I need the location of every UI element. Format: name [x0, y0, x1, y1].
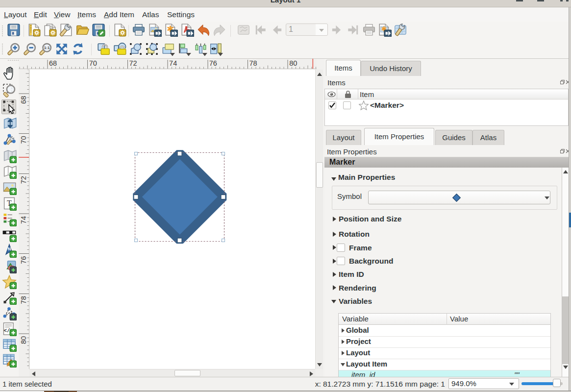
svg-text:76: 76	[20, 256, 27, 264]
svg-text:78: 78	[20, 296, 27, 304]
svg-text:74: 74	[20, 216, 27, 224]
svg-text:68: 68	[49, 59, 57, 67]
svg-text:70: 70	[20, 136, 27, 144]
svg-text:80: 80	[289, 59, 297, 67]
svg-text:72: 72	[20, 176, 27, 184]
svg-text:1:1: 1:1	[44, 46, 50, 50]
svg-text:70: 70	[89, 59, 97, 67]
svg-text:68: 68	[20, 96, 27, 104]
svg-text:78: 78	[249, 59, 257, 67]
svg-text:76: 76	[209, 59, 217, 67]
svg-text:74: 74	[169, 59, 177, 67]
svg-text:80: 80	[20, 336, 27, 344]
svg-text:72: 72	[129, 59, 137, 67]
svg-text:N: N	[8, 246, 11, 251]
